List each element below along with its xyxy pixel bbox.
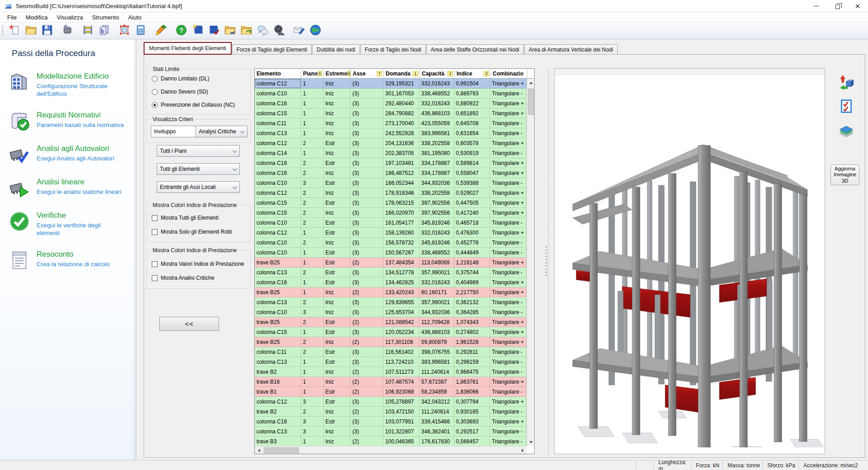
tab-4[interactable]: Forze di Taglio dei Nodi xyxy=(360,44,426,55)
panel-splitter[interactable] xyxy=(543,68,549,454)
menu-item-file[interactable]: File xyxy=(3,13,21,22)
tab-3[interactable]: Duttilità dei nodi xyxy=(312,44,359,55)
toolbar-processor-settings-button[interactable] xyxy=(59,23,75,38)
toolbar-code-calculator-button[interactable] xyxy=(132,23,149,38)
scroll-down-button[interactable] xyxy=(527,438,535,446)
radio-danno-severo[interactable]: Danno Severo (SD) xyxy=(152,89,208,95)
minimize-button[interactable] xyxy=(806,0,826,12)
table-row[interactable]: colonna C102Estr(3)161,054177345,8192460… xyxy=(255,218,527,228)
table-row[interactable]: trave B21Iniz(2)107,511273111,2406140,96… xyxy=(255,367,527,377)
table-row[interactable]: colonna C101Estr(3)150,567267338,4685520… xyxy=(255,248,527,258)
step-subtitle[interactable]: Configurazione Strutturale dell'Edificio xyxy=(37,83,125,98)
toolbar-video-tutorials-button[interactable] xyxy=(271,23,287,38)
step-subtitle[interactable]: Esegui Analisi agli Autovalori xyxy=(37,155,125,163)
table-row[interactable]: colonna C131Iniz(3)242,552928383,9965810… xyxy=(255,128,527,138)
collapse-panel-button[interactable]: << xyxy=(159,317,219,331)
procedure-step-1[interactable]: Modellazione EdificioConfigurazione Stru… xyxy=(0,69,136,101)
table-row[interactable]: colonna C112Estr(3)116,561402398,0767550… xyxy=(255,347,527,357)
toolbar-import-export-folder-button[interactable] xyxy=(238,23,254,38)
table-row[interactable]: colonna C151Iniz(3)284,790882436,8681030… xyxy=(255,108,527,118)
table-row[interactable]: colonna C133Iniz(3)101,322807346,3824010… xyxy=(255,427,527,437)
table-row[interactable]: trave B22Iniz(2)103,472150111,2406140,93… xyxy=(255,407,527,417)
checkbox-mostra-valori[interactable]: Mostra Valori Indice di Prestazione xyxy=(152,261,244,267)
restore-button[interactable] xyxy=(826,0,847,12)
menu-item-modifica[interactable]: Modifica xyxy=(21,13,52,22)
piani-dropdown[interactable]: Tutti i Piani xyxy=(157,145,240,157)
table-row[interactable]: colonna C132Iniz(3)129,639655357,9900210… xyxy=(255,297,527,307)
toolbar-help-button[interactable]: ? xyxy=(173,23,189,38)
toolbar-eigenvalue-model-button[interactable] xyxy=(116,23,132,38)
table-row[interactable]: colonna C122Iniz(3)178,918346338,2025580… xyxy=(255,188,527,198)
table-row[interactable]: colonna C152Estr(3)178,063215397,9025560… xyxy=(255,198,527,208)
table-row[interactable]: colonna C102Iniz(3)156,578732345,8192460… xyxy=(255,238,527,248)
criteri-dropdown[interactable]: Analysi Critiche xyxy=(196,126,247,137)
table-row[interactable]: trave B251Estr(2)137,484354113,0490691,2… xyxy=(255,258,527,268)
column-header-piano[interactable]: Piano5 xyxy=(301,69,324,78)
update-3d-image-button[interactable]: Aggiorna Immagine 3D xyxy=(831,164,859,185)
deformed-shape-button[interactable] xyxy=(836,74,856,92)
inviluppo-field[interactable]: Inviluppo xyxy=(151,126,196,137)
tab-2[interactable]: Forze di Taglio degli Elementi xyxy=(232,44,312,55)
layers-button[interactable] xyxy=(836,122,856,141)
step-subtitle[interactable]: Esegui le analisi statiche lineari xyxy=(37,188,125,196)
table-row[interactable]: trave B251Iniz(2)133,42024360,1601712,21… xyxy=(255,287,527,297)
procedure-step-6[interactable]: ResocontoCrea la relazione di calcolo xyxy=(0,247,136,273)
toolbar-report-button[interactable] xyxy=(96,23,112,38)
column-header-indice[interactable]: Indice3 xyxy=(455,69,491,78)
step-subtitle[interactable]: Esegui le verifiche degli elementi xyxy=(37,222,125,237)
table-row[interactable]: colonna C121Estr(3)158,139260332,0162430… xyxy=(255,228,527,238)
menu-item-aiuto[interactable]: Aiuto xyxy=(124,13,146,22)
vertical-scrollbar[interactable] xyxy=(527,79,534,446)
checks-list-button[interactable] xyxy=(836,98,856,116)
table-row[interactable]: trave B161Iniz(2)107,48757457,6723871,86… xyxy=(255,377,527,387)
table-row[interactable]: colonna C122Estr(3)204,131636338,2025580… xyxy=(255,138,527,148)
checkbox-mostra-tutti[interactable]: Mostra Tutti gli Elementi xyxy=(152,215,219,221)
step-subtitle[interactable]: Crea la relazione di calcolo xyxy=(37,261,125,268)
horizontal-scroll-thumb[interactable] xyxy=(264,447,299,453)
table-row[interactable]: trave B31Iniz(2)100,046365176,6178300,56… xyxy=(255,437,527,446)
column-header-estremo[interactable]: Estremo6 xyxy=(324,69,351,78)
table-row[interactable]: trave B252Estr(2)121,088542112,7094281,0… xyxy=(255,317,527,327)
toolbar-open-project-button[interactable] xyxy=(23,23,39,38)
toolbar-feedback-bubbles-button[interactable] xyxy=(254,23,271,38)
elementi-dropdown[interactable]: Tutti gli Elementi xyxy=(157,163,240,175)
procedure-step-4[interactable]: Analisi lineareEsegui le analisi statich… xyxy=(0,175,136,201)
column-header-elemento[interactable]: Elemento xyxy=(255,69,301,78)
menu-item-visualizza[interactable]: Visualizza xyxy=(52,13,87,22)
table-row[interactable]: colonna C161Iniz(3)292,480440332,0162430… xyxy=(255,99,527,108)
scroll-right-button[interactable] xyxy=(519,446,527,454)
table-row[interactable]: colonna C162Estr(3)197,103481334,1788870… xyxy=(255,158,527,168)
column-header-combinazio[interactable]: Combinazio xyxy=(491,69,527,78)
table-row[interactable]: colonna C163Estr(3)103,077951339,4154660… xyxy=(255,417,527,427)
radio-prevenzione-collasso[interactable]: Prevenzione del Collasso (NC) xyxy=(152,102,235,108)
radio-danno-limitato[interactable]: Danno Limitato (DL) xyxy=(152,75,209,82)
toolbar-building-modeller-button[interactable] xyxy=(79,23,96,38)
toolbar-tutorial-book-button[interactable] xyxy=(189,23,205,38)
scroll-up-button[interactable] xyxy=(527,79,535,86)
vertical-scroll-thumb[interactable] xyxy=(528,89,534,115)
procedure-step-3[interactable]: Analisi agli AutovaloriEsegui Analisi ag… xyxy=(0,141,136,168)
column-header-domanda[interactable]: Domanda1 xyxy=(384,69,420,78)
toolbar-paintbrush-button[interactable] xyxy=(153,23,169,38)
table-row[interactable]: colonna C131Estr(3)113,724210383,9965810… xyxy=(255,357,527,367)
close-button[interactable]: ✕ xyxy=(847,0,868,12)
assi-dropdown[interactable]: Entrambi gli Assi Locali xyxy=(157,181,240,193)
menu-item-strumento[interactable]: Strumento xyxy=(88,13,124,22)
table-row[interactable]: colonna C103Iniz(3)125,653704344,9320360… xyxy=(255,307,527,317)
table-row[interactable]: colonna C162Iniz(3)186,487512334,1788870… xyxy=(255,168,527,178)
table-row[interactable]: colonna C132Estr(3)134,512778357,9900210… xyxy=(255,268,527,277)
table-row[interactable]: colonna C141Iniz(3)202,383705381,1950800… xyxy=(255,148,527,158)
table-row[interactable]: colonna C152Iniz(3)166,020970397,9025560… xyxy=(255,208,527,218)
toolbar-email-support-button[interactable] xyxy=(291,23,307,38)
3d-model-view[interactable] xyxy=(554,68,825,454)
table-row[interactable]: colonna C101Iniz(3)301,167053338,4685520… xyxy=(255,89,527,99)
toolbar-new-project-button[interactable] xyxy=(6,23,23,38)
toolbar-project-folder-button[interactable] xyxy=(222,23,238,38)
table-row[interactable]: colonna C151Estr(3)120,052234436,8681030… xyxy=(255,327,527,337)
tab-1[interactable]: Momenti Flettenti degli Elementi xyxy=(144,42,232,55)
column-header-asse[interactable]: Asse7 xyxy=(351,69,384,78)
table-row[interactable]: trave B252Iniz(2)117,30110859,8008791,96… xyxy=(255,337,527,347)
toolbar-website-globe-button[interactable] xyxy=(307,23,323,38)
scroll-left-button[interactable] xyxy=(255,446,262,454)
table-row[interactable]: colonna C103Estr(3)186,052344344,9320360… xyxy=(255,178,527,188)
